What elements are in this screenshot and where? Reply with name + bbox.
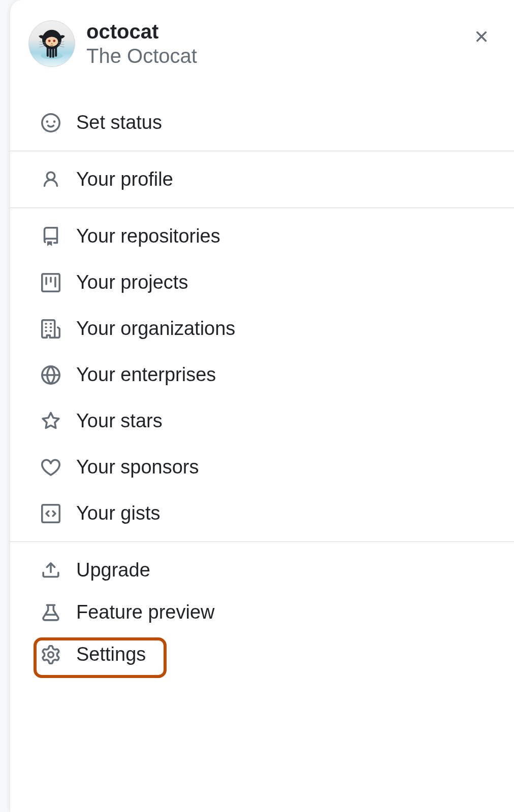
gear-icon xyxy=(41,645,61,665)
close-icon xyxy=(472,27,491,46)
section-status: Set status xyxy=(10,84,514,151)
smiley-icon xyxy=(41,113,61,133)
close-button[interactable] xyxy=(469,24,494,49)
menu-item-feature-preview[interactable]: Feature preview xyxy=(10,591,514,633)
person-icon xyxy=(41,170,61,190)
menu-item-your-repositories[interactable]: Your repositories xyxy=(10,213,514,259)
beaker-icon xyxy=(41,602,61,623)
svg-point-5 xyxy=(51,43,52,44)
svg-point-4 xyxy=(53,40,55,42)
menu-item-settings[interactable]: Settings xyxy=(10,633,514,675)
svg-point-0 xyxy=(41,52,63,59)
menu-label: Your enterprises xyxy=(76,364,216,386)
menu-label: Your projects xyxy=(76,272,188,293)
menu-label: Your organizations xyxy=(76,318,235,340)
menu-item-your-organizations[interactable]: Your organizations xyxy=(10,306,514,352)
section-system: Upgrade Feature preview Settings xyxy=(10,542,514,681)
menu-header: octocat The Octocat xyxy=(10,19,514,84)
code-square-icon xyxy=(41,503,61,524)
menu-label: Settings xyxy=(76,644,146,665)
menu-item-your-gists[interactable]: Your gists xyxy=(10,490,514,536)
menu-item-your-sponsors[interactable]: Your sponsors xyxy=(10,444,514,490)
svg-point-2 xyxy=(46,37,58,46)
menu-item-your-stars[interactable]: Your stars xyxy=(10,398,514,444)
displayname: The Octocat xyxy=(86,44,197,68)
menu-label: Your gists xyxy=(76,502,160,524)
star-icon xyxy=(41,411,61,431)
svg-point-3 xyxy=(48,40,51,42)
user-info: octocat The Octocat xyxy=(86,19,197,68)
user-menu-panel: octocat The Octocat Set status Your prof… xyxy=(10,0,514,812)
menu-label: Your repositories xyxy=(76,225,220,247)
avatar[interactable] xyxy=(28,20,75,67)
octocat-avatar-icon xyxy=(35,26,69,61)
menu-item-upgrade[interactable]: Upgrade xyxy=(10,549,514,591)
menu-label: Your sponsors xyxy=(76,456,199,478)
repo-icon xyxy=(41,226,61,247)
globe-icon xyxy=(41,365,61,385)
menu-label: Set status xyxy=(76,112,162,133)
menu-label: Your profile xyxy=(76,168,173,190)
menu-item-your-enterprises[interactable]: Your enterprises xyxy=(10,352,514,398)
section-profile: Your profile xyxy=(10,151,514,208)
menu-item-your-profile[interactable]: Your profile xyxy=(10,156,514,202)
organization-icon xyxy=(41,319,61,339)
menu-item-your-projects[interactable]: Your projects xyxy=(10,259,514,306)
upload-icon xyxy=(41,560,61,581)
menu-item-set-status[interactable]: Set status xyxy=(10,99,514,146)
menu-label: Upgrade xyxy=(76,559,150,581)
menu-label: Your stars xyxy=(76,410,163,432)
menu-label: Feature preview xyxy=(76,601,214,623)
username: octocat xyxy=(86,19,197,44)
project-icon xyxy=(41,273,61,293)
section-your-items: Your repositories Your projects Your org… xyxy=(10,208,514,542)
heart-icon xyxy=(41,457,61,478)
